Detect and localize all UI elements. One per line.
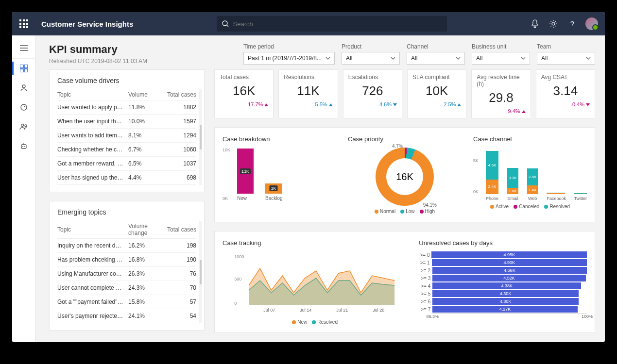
bar-row: >= 54.30K	[419, 290, 587, 297]
svg-rect-6	[20, 69, 23, 72]
notifications-icon[interactable]	[530, 19, 540, 29]
case-channel-chart[interactable]: Case channel 5K 0K 2.4K4.6KPhone1.0K3.3K…	[473, 135, 587, 214]
svg-text:Jul 21: Jul 21	[336, 308, 348, 313]
search-icon	[222, 20, 229, 28]
table-row[interactable]: Got a member reward, an...6.5%1037	[57, 157, 196, 171]
table-row[interactable]: User wants to add items t...8.1%1294	[57, 129, 196, 143]
kpi-card[interactable]: Avg resolve time (h)29.89.4%	[471, 69, 531, 118]
bar-row: >= 44.38K	[419, 282, 587, 289]
kpi-card[interactable]: Avg CSAT3.14-0.4%	[536, 69, 595, 118]
kpi-card[interactable]: Escalations726-4.6%	[343, 69, 402, 118]
case-tracking-chart[interactable]: Case tracking 10005000Jul 07Jul 14Jul 21…	[223, 239, 407, 325]
svg-point-0	[223, 21, 227, 26]
card-title: Emerging topics	[57, 208, 196, 216]
table-row[interactable]: Checking whether he can r...6.7%1060	[57, 143, 196, 157]
filter-select[interactable]: All	[342, 52, 400, 65]
svg-rect-5	[24, 65, 28, 68]
legend-item: Low	[400, 209, 414, 214]
filter-select[interactable]: All	[407, 52, 465, 65]
nav-dashboard-icon[interactable]	[12, 59, 35, 78]
table-row[interactable]: User cannot complete a p...24.3%70	[57, 281, 196, 295]
annotation: 4.7%	[392, 144, 403, 149]
table-row[interactable]: User has signed up the ne...4.4%698	[57, 171, 196, 185]
svg-text:Jul 28: Jul 28	[373, 308, 384, 313]
nav-people-icon[interactable]	[12, 117, 35, 136]
nav-bot-icon[interactable]	[12, 136, 35, 156]
bar-row: >= 04.95K	[419, 251, 587, 258]
chart-title: Case tracking	[223, 239, 407, 247]
table-row[interactable]: When the user input the c...10.0%1597	[57, 115, 196, 129]
nav-person-icon[interactable]	[12, 78, 35, 98]
charts-row-2: Case tracking 10005000Jul 07Jul 14Jul 21…	[214, 231, 595, 333]
axis-label: 86.3%	[427, 314, 439, 319]
col-topic[interactable]: Topic	[57, 226, 128, 233]
svg-text:500: 500	[234, 277, 241, 281]
topbar: Customer Service Insights ?	[12, 12, 605, 35]
table-row[interactable]: User's paymenr rejected d...24.1%54	[57, 309, 196, 323]
svg-line-1	[227, 25, 228, 27]
filter-select[interactable]: All	[537, 52, 595, 65]
case-volume-drivers-card: Case volume drivers Topic Volume Total c…	[49, 69, 205, 192]
svg-point-8	[22, 85, 25, 88]
kpi-card[interactable]: SLA compliant10K2.5%	[407, 69, 466, 118]
svg-text:0: 0	[234, 301, 237, 306]
filter-channel: ChannelAll	[407, 43, 465, 65]
filter-select[interactable]: All	[472, 52, 530, 65]
annotation: 94.1%	[423, 202, 437, 208]
filter-business-unit: Business unitAll	[472, 43, 530, 65]
filter-select[interactable]: Past 1 m (2019/7/1-2019/8...	[243, 52, 335, 65]
unresolved-cases-chart[interactable]: Unresolved cases by days >= 04.95K>= 14.…	[419, 239, 587, 325]
col-total-cases[interactable]: Total cases	[162, 91, 196, 98]
col-volume[interactable]: Volume	[128, 91, 162, 98]
col-total-cases[interactable]: Total cases	[162, 226, 196, 233]
legend-item: Resolved	[312, 319, 338, 325]
table-row[interactable]: Has problem chceking exp...16.8%190	[57, 253, 196, 267]
case-priority-chart[interactable]: Case priority 16K 4.7% 94.1% Normal Low …	[348, 135, 462, 214]
hamburger-icon[interactable]	[12, 37, 35, 59]
legend-item: High	[420, 209, 435, 214]
bar-row: >= 34.52K	[419, 275, 587, 281]
table-row[interactable]: Using Manufacturer coup...26.3%76	[57, 267, 196, 281]
svg-text:Jul 07: Jul 07	[263, 308, 275, 313]
kpi-row: Total cases16K17.7%Resolutions11K5.5%Esc…	[214, 69, 595, 118]
charts-row-1: Case breakdown 10K 0K 13KNew3KBacklog Ca…	[214, 127, 595, 222]
chart-title: Case breakdown	[223, 135, 336, 143]
search-box	[217, 16, 447, 32]
col-topic[interactable]: Topic	[57, 91, 128, 98]
col-volume-change[interactable]: Volume change	[128, 223, 162, 236]
filter-bar: Time periodPast 1 m (2019/7/1-2019/8...P…	[243, 43, 595, 65]
kpi-card[interactable]: Total cases16K17.7%	[214, 69, 274, 118]
app-window: Customer Service Insights ? KPI summary	[12, 12, 605, 342]
avatar[interactable]	[585, 17, 598, 30]
table-header: Topic Volume change Total cases	[57, 221, 196, 239]
bar-row: >= 74.27K	[419, 306, 587, 313]
table-row[interactable]: Inquiry on the recent deal...16.2%198	[57, 239, 196, 253]
legend-item: Normal	[375, 209, 395, 214]
case-breakdown-chart[interactable]: Case breakdown 10K 0K 13KNew3KBacklog	[223, 135, 336, 214]
svg-text:Jul 14: Jul 14	[300, 308, 311, 313]
y-axis-label: 0K	[473, 189, 479, 194]
chart-title: Case priority	[348, 135, 462, 143]
nav-gauge-icon[interactable]	[12, 98, 35, 117]
svg-rect-12	[21, 145, 26, 149]
legend-item: Canceled	[514, 204, 539, 209]
svg-point-13	[22, 146, 23, 147]
help-icon[interactable]: ?	[567, 19, 577, 29]
page-title: KPI summary	[49, 43, 147, 56]
bar-row: >= 24.66K	[419, 267, 587, 274]
main-content: KPI summary Refreshed UTC 2019-08-02 11:…	[35, 35, 605, 342]
gear-icon[interactable]	[548, 19, 558, 29]
svg-rect-4	[20, 65, 23, 68]
svg-point-14	[24, 146, 25, 147]
svg-text:1000: 1000	[234, 254, 244, 259]
bar-row: >= 64.30K	[419, 298, 587, 305]
x-axis: 100% 86.3%	[432, 314, 587, 318]
kpi-card[interactable]: Resolutions11K5.5%	[278, 69, 338, 118]
card-title: Case volume drivers	[57, 77, 196, 84]
table-row[interactable]: User wanted to apply pro...11.8%1882	[57, 100, 196, 115]
search-input[interactable]	[217, 16, 447, 32]
app-launcher-icon[interactable]	[12, 12, 35, 35]
table-row[interactable]: Got a ""payment failed"" ...15.8%57	[57, 295, 196, 309]
bar-row: >= 14.90K	[419, 259, 587, 266]
filter-time-period: Time periodPast 1 m (2019/7/1-2019/8...	[243, 43, 335, 65]
